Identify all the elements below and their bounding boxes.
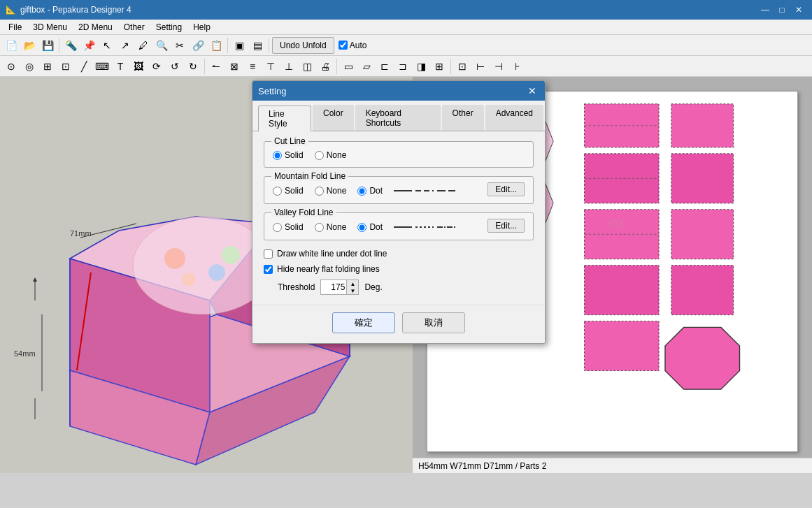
separator5	[336, 59, 337, 74]
tb2-btn25[interactable]: ⊡	[454, 58, 471, 75]
auto-checkbox-label[interactable]: Auto	[339, 41, 367, 50]
val-none[interactable]: None	[315, 222, 347, 232]
hide-flat-lines-checkbox[interactable]	[264, 265, 273, 274]
menu-file[interactable]: File	[3, 20, 27, 34]
tb-btn6[interactable]: 🔍	[153, 37, 170, 54]
dialog-close-button[interactable]: ✕	[525, 84, 539, 98]
mtn-none[interactable]: None	[315, 186, 347, 196]
separator3	[269, 38, 269, 53]
tb2-btn13[interactable]: ⊠	[226, 58, 243, 75]
tb-btn1[interactable]: 🔦	[62, 37, 79, 54]
hide-flat-lines-row[interactable]: Hide nearly flat folding lines	[264, 264, 534, 274]
menu-2dmenu[interactable]: 2D Menu	[73, 20, 118, 34]
val-none-radio[interactable]	[315, 223, 324, 232]
tb2-btn14[interactable]: ≡	[244, 58, 261, 75]
mountain-edit-button[interactable]: Edit...	[487, 182, 525, 196]
close-button[interactable]: ✕	[791, 3, 806, 16]
tb2-btn28[interactable]: ⊦	[508, 58, 525, 75]
tb2-btn20[interactable]: ▱	[358, 58, 375, 75]
tab-keyboard-shortcuts[interactable]: Keyboard Shortcuts	[355, 105, 441, 131]
tb-btn8[interactable]: 🔗	[190, 37, 206, 54]
spinner-down[interactable]: ▼	[347, 287, 358, 294]
tb2-btn10[interactable]: ↺	[166, 58, 183, 75]
tb2-btn7[interactable]: T	[112, 58, 129, 75]
draw-white-line-checkbox[interactable]	[264, 249, 273, 259]
tb-btn5[interactable]: 🖊	[135, 37, 152, 54]
tb2-btn4[interactable]: ⊡	[57, 58, 74, 75]
tb2-btn8[interactable]: 🖼	[130, 58, 147, 75]
menu-other[interactable]: Other	[118, 20, 150, 34]
tb-btn9[interactable]: 📋	[208, 37, 225, 54]
tb2-btn3[interactable]: ⊞	[39, 58, 56, 75]
menu-3dmenu[interactable]: 3D Menu	[27, 20, 73, 34]
auto-checkbox[interactable]	[339, 41, 348, 50]
separator4	[204, 59, 205, 74]
tb-btn7[interactable]: ✂	[171, 37, 188, 54]
tb2-btn17[interactable]: ◫	[299, 58, 315, 75]
maximize-button[interactable]: □	[774, 3, 790, 16]
mtn-dot[interactable]: Dot	[357, 186, 383, 196]
mtn-none-radio[interactable]	[315, 187, 324, 196]
tab-line-style[interactable]: Line Style	[258, 106, 311, 131]
tb2-btn11[interactable]: ↻	[185, 58, 201, 75]
new-button[interactable]: 📄	[3, 37, 20, 54]
val-solid-radio[interactable]	[273, 223, 282, 232]
threshold-input[interactable]	[321, 280, 346, 294]
tab-other[interactable]: Other	[442, 105, 484, 131]
spinner-buttons: ▲ ▼	[346, 280, 358, 294]
menu-help[interactable]: Help	[187, 20, 216, 34]
titlebar-left: 📐 giftbox - Pepakura Designer 4	[6, 5, 131, 15]
tb-btn2[interactable]: 📌	[80, 37, 97, 54]
tb-btn10[interactable]: ▣	[231, 37, 248, 54]
minimize-button[interactable]: —	[757, 3, 773, 16]
draw-white-line-label[interactable]: Draw white line under dot line	[277, 249, 387, 259]
open-button[interactable]: 📂	[21, 37, 38, 54]
tb2-btn12[interactable]: ↼	[208, 58, 225, 75]
tb2-btn19[interactable]: ▭	[340, 58, 357, 75]
tb2-btn6[interactable]: ⌨	[94, 58, 111, 75]
cut-line-solid[interactable]: Solid	[273, 150, 304, 160]
mtn-dot-radio[interactable]	[357, 187, 366, 196]
ok-button[interactable]: 確定	[332, 312, 395, 333]
tb-btn4[interactable]: ↗	[117, 37, 134, 54]
app-title: giftbox - Pepakura Designer 4	[20, 5, 131, 15]
cut-none-radio[interactable]	[315, 151, 324, 160]
tb2-btn15[interactable]: ⊤	[262, 58, 279, 75]
valley-fold-title: Valley Fold Line	[271, 208, 336, 217]
tb2-btn27[interactable]: ⊣	[490, 58, 507, 75]
tb-btn11[interactable]: ▤	[249, 37, 266, 54]
tb2-btn5[interactable]: ╱	[76, 58, 92, 75]
val-solid[interactable]: Solid	[273, 222, 304, 232]
tb2-btn1[interactable]: ⊙	[3, 58, 20, 75]
status-text: H54mm W71mm D71mm / Parts 2	[418, 461, 546, 471]
mtn-solid-radio[interactable]	[273, 187, 282, 196]
cancel-button[interactable]: 取消	[402, 312, 465, 333]
draw-white-line-row[interactable]: Draw white line under dot line	[264, 249, 534, 259]
tab-color[interactable]: Color	[313, 105, 354, 131]
tab-advanced[interactable]: Advanced	[485, 105, 543, 131]
cut-line-none[interactable]: None	[315, 150, 347, 160]
save-button[interactable]: 💾	[39, 37, 56, 54]
cut-solid-radio[interactable]	[273, 151, 282, 160]
hide-flat-lines-label[interactable]: Hide nearly flat folding lines	[277, 264, 380, 274]
val-dot[interactable]: Dot	[357, 222, 383, 232]
tb2-btn21[interactable]: ⊏	[376, 58, 393, 75]
tb-btn3[interactable]: ↖	[99, 37, 115, 54]
tb2-btn24[interactable]: ⊞	[431, 58, 448, 75]
val-dot-radio[interactable]	[357, 223, 366, 232]
mtn-solid[interactable]: Solid	[273, 186, 304, 196]
spinner-up[interactable]: ▲	[347, 280, 358, 287]
tb2-btn23[interactable]: ◨	[413, 58, 429, 75]
tb2-btn9[interactable]: ⟳	[148, 58, 165, 75]
mountain-fold-section: Mountain Fold Line Solid None Dot	[264, 176, 534, 204]
menu-setting[interactable]: Setting	[150, 20, 187, 34]
valley-edit-button[interactable]: Edit...	[487, 219, 525, 233]
tb2-btn16[interactable]: ⊥	[280, 58, 297, 75]
tb2-btn18[interactable]: 🖨	[317, 58, 334, 75]
titlebar-controls: — □ ✕	[757, 3, 806, 16]
tb2-btn26[interactable]: ⊢	[472, 58, 489, 75]
undo-unfold-button[interactable]: Undo Unfold	[272, 37, 334, 54]
statusbar: H54mm W71mm D71mm / Parts 2	[413, 458, 812, 473]
tb2-btn22[interactable]: ⊐	[394, 58, 411, 75]
tb2-btn2[interactable]: ◎	[21, 58, 38, 75]
